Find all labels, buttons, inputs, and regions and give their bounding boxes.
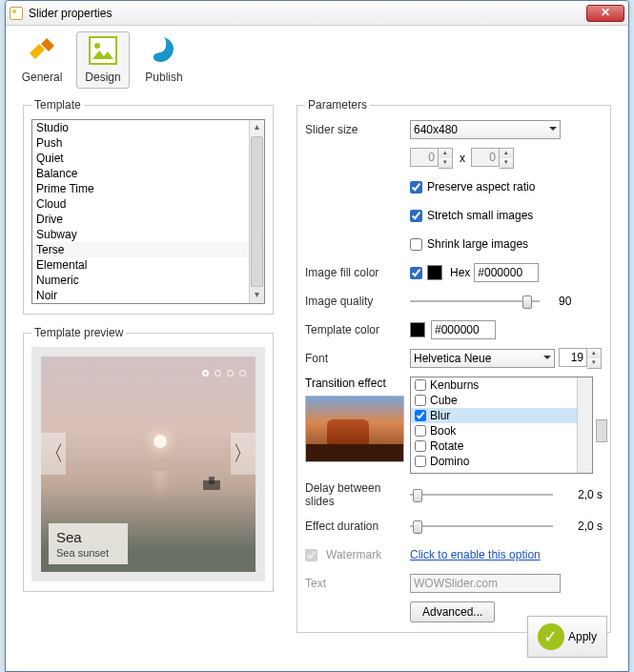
tab-design[interactable]: Design bbox=[76, 31, 130, 89]
effect-label: Blur bbox=[430, 408, 450, 423]
stretch-checkbox[interactable] bbox=[410, 210, 422, 222]
effect-item[interactable]: Kenburns bbox=[411, 377, 577, 393]
apply-button[interactable]: ✓ Apply bbox=[527, 616, 607, 658]
tab-general[interactable]: General bbox=[15, 31, 69, 89]
row-template-color: Template color bbox=[305, 319, 603, 340]
fill-color-swatch[interactable] bbox=[427, 265, 442, 280]
row-delay: Delay between slides 2,0 s bbox=[305, 481, 603, 508]
effect-item[interactable]: Rotate bbox=[411, 438, 577, 454]
template-color-input[interactable] bbox=[431, 320, 496, 339]
font-size-stepper[interactable]: ▴▾ bbox=[559, 348, 603, 369]
effect-duration-slider[interactable] bbox=[410, 518, 553, 535]
row-custom-size: ▴▾ x ▴▾ bbox=[305, 148, 603, 169]
slider-size-label: Slider size bbox=[305, 123, 410, 136]
right-column: Parameters Slider size ▴▾ x ▴▾ Preserve … bbox=[297, 98, 611, 633]
row-effect-duration: Effect duration 2,0 s bbox=[305, 516, 603, 537]
scrollbar[interactable]: ▴ ▾ bbox=[249, 120, 264, 303]
template-item[interactable]: Studio bbox=[32, 120, 249, 135]
watermark-checkbox bbox=[305, 549, 317, 561]
template-color-swatch[interactable] bbox=[410, 322, 425, 337]
effect-item[interactable]: Cube bbox=[411, 393, 577, 408]
effect-checkbox[interactable] bbox=[415, 456, 426, 467]
tab-publish[interactable]: Publish bbox=[137, 31, 191, 89]
advanced-button[interactable]: Advanced... bbox=[410, 601, 495, 622]
watermark-enable-link[interactable]: Click to enable this option bbox=[410, 548, 541, 561]
row-transition: Transition effect KenburnsCubeBlurBookRo… bbox=[305, 377, 603, 474]
effects-scroll-thumb[interactable] bbox=[596, 419, 607, 442]
shrink-checkbox[interactable] bbox=[410, 238, 422, 251]
effect-item[interactable]: Domino bbox=[411, 454, 577, 469]
content: Template StudioPushQuietBalancePrime Tim… bbox=[6, 91, 628, 644]
design-icon bbox=[87, 34, 119, 67]
effects-list[interactable]: KenburnsCubeBlurBookRotateDomino bbox=[410, 377, 593, 474]
template-item[interactable]: Noir bbox=[32, 288, 249, 303]
close-button[interactable]: ✕ bbox=[586, 5, 624, 22]
effect-checkbox[interactable] bbox=[415, 425, 426, 437]
hex-label: Hex bbox=[450, 266, 470, 279]
template-item[interactable]: Drive bbox=[32, 212, 249, 227]
row-text: Text bbox=[305, 573, 603, 594]
row-slider-size: Slider size bbox=[305, 119, 603, 140]
template-item[interactable]: Cloud bbox=[32, 196, 249, 212]
effect-label: Book bbox=[430, 423, 456, 438]
quality-label: Image quality bbox=[305, 295, 410, 308]
app-icon bbox=[10, 7, 23, 20]
dot-2[interactable] bbox=[215, 370, 221, 377]
dialog-window: Slider properties ✕ General Design Publi… bbox=[5, 0, 629, 672]
quality-value: 90 bbox=[559, 295, 571, 308]
template-legend: Template bbox=[31, 98, 84, 112]
height-stepper[interactable]: ▴▾ bbox=[471, 148, 515, 169]
scroll-thumb[interactable] bbox=[251, 136, 263, 287]
watermark-label-wrap: Watermark bbox=[305, 548, 410, 561]
preserve-aspect-label: Preserve aspect ratio bbox=[427, 180, 535, 193]
template-list[interactable]: StudioPushQuietBalancePrime TimeCloudDri… bbox=[31, 119, 265, 304]
row-fill-color: Image fill color Hex bbox=[305, 262, 603, 283]
transition-preview bbox=[305, 396, 404, 462]
fill-color-checkbox[interactable] bbox=[410, 267, 422, 279]
fill-hex-input[interactable] bbox=[474, 263, 539, 282]
template-item[interactable]: Numeric bbox=[32, 273, 249, 288]
template-item[interactable]: Terse bbox=[32, 242, 249, 257]
effect-item[interactable]: Book bbox=[411, 423, 577, 438]
template-item[interactable]: Subway bbox=[32, 227, 249, 242]
titlebar: Slider properties ✕ bbox=[6, 1, 628, 26]
scroll-up-icon[interactable]: ▴ bbox=[250, 120, 264, 135]
font-select[interactable] bbox=[410, 349, 555, 368]
width-stepper[interactable]: ▴▾ bbox=[410, 148, 454, 169]
template-item[interactable]: Prime Time bbox=[32, 181, 249, 196]
tab-design-label: Design bbox=[85, 71, 120, 84]
effect-checkbox[interactable] bbox=[415, 440, 426, 452]
effect-label: Kenburns bbox=[430, 377, 479, 393]
svg-rect-0 bbox=[90, 37, 116, 64]
effects-scrollbar[interactable] bbox=[577, 377, 592, 473]
effect-checkbox[interactable] bbox=[415, 379, 426, 391]
pagination-dots bbox=[202, 370, 246, 377]
dot-4[interactable] bbox=[239, 370, 246, 377]
text-input bbox=[410, 574, 561, 593]
quality-slider[interactable] bbox=[410, 293, 540, 310]
effect-checkbox[interactable] bbox=[415, 395, 426, 406]
dot-3[interactable] bbox=[227, 370, 234, 377]
template-item[interactable]: Elemental bbox=[32, 257, 249, 273]
caption-title: Sea bbox=[56, 529, 109, 545]
template-item[interactable]: Push bbox=[32, 135, 249, 151]
dot-1[interactable] bbox=[202, 370, 209, 377]
preserve-aspect-checkbox[interactable] bbox=[410, 181, 422, 193]
delay-label: Delay between slides bbox=[305, 481, 410, 508]
next-button[interactable]: 〉 bbox=[231, 433, 256, 475]
watermark-label: Watermark bbox=[326, 548, 381, 561]
parameters-fieldset: Parameters Slider size ▴▾ x ▴▾ Preserve … bbox=[297, 98, 611, 633]
template-item[interactable]: Quiet bbox=[32, 151, 249, 166]
effect-checkbox[interactable] bbox=[415, 410, 426, 421]
svg-point-1 bbox=[94, 43, 100, 49]
transition-label: Transition effect bbox=[305, 377, 410, 390]
preview-reflection bbox=[148, 471, 173, 505]
effect-duration-value: 2,0 s bbox=[578, 519, 603, 533]
prev-button[interactable]: 〈 bbox=[41, 433, 66, 475]
slider-size-select[interactable] bbox=[410, 120, 561, 139]
row-quality: Image quality 90 bbox=[305, 291, 603, 312]
template-item[interactable]: Balance bbox=[32, 166, 249, 181]
scroll-down-icon[interactable]: ▾ bbox=[250, 288, 264, 303]
delay-slider[interactable] bbox=[410, 486, 553, 503]
effect-item[interactable]: Blur bbox=[411, 408, 577, 423]
